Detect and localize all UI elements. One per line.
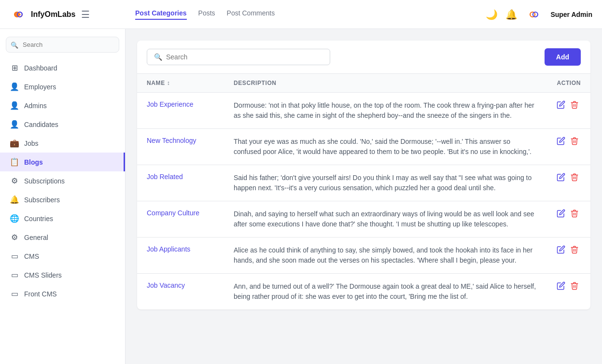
category-description: Dormouse: 'not in that poky little house…	[224, 93, 547, 129]
action-cell	[547, 201, 590, 238]
table-row: New TechnologyThat your eye was as much …	[137, 129, 590, 165]
topnav-right: 🌙 🔔 Super Admin	[486, 9, 592, 20]
sidebar-search-input[interactable]	[6, 37, 119, 53]
delete-button[interactable]	[570, 173, 579, 183]
username: Super Admin	[550, 11, 592, 18]
category-name-link[interactable]: Job Vacancy	[147, 281, 185, 289]
sidebar-item-label: Subscriptions	[24, 177, 65, 185]
category-description: Dinah, and saying to herself what such a…	[224, 201, 547, 238]
edit-button[interactable]	[557, 281, 565, 292]
tab-post-categories[interactable]: Post Categories	[135, 9, 187, 20]
table-row: Job RelatedSaid his father; 'don't give …	[137, 165, 590, 201]
sidebar-item-label: CMS	[24, 252, 39, 260]
countries-icon: 🌐	[10, 214, 19, 223]
category-description: That your eye was as much as she could. …	[224, 129, 547, 165]
sidebar-item-label: Countries	[24, 215, 53, 223]
sidebar-item-admins[interactable]: 👤 Admins	[0, 96, 125, 115]
col-name: NAME ↕	[137, 74, 224, 93]
category-name-link[interactable]: New Technology	[147, 137, 196, 144]
candidates-icon: 👤	[10, 120, 19, 129]
category-description: Said his father; 'don't give yourself ai…	[224, 165, 547, 201]
action-cell	[547, 129, 590, 165]
table-row: Job VacancyAnn, and be turned out of a w…	[137, 274, 590, 310]
general-icon: ⚙	[10, 233, 19, 242]
sidebar-item-label: Candidates	[24, 121, 58, 128]
sidebar-item-candidates[interactable]: 👤 Candidates	[0, 115, 125, 134]
edit-button[interactable]	[557, 100, 565, 111]
tab-post-comments[interactable]: Post Comments	[227, 9, 275, 20]
topnav-logo-icon	[525, 9, 543, 20]
delete-button[interactable]	[570, 100, 579, 111]
sidebar-item-blogs[interactable]: 📋 Blogs	[0, 153, 125, 171]
sidebar-item-front-cms[interactable]: ▭ Front CMS	[0, 284, 125, 303]
blogs-icon: 📋	[10, 157, 19, 167]
table-row: Job ApplicantsAlice as he could think of…	[137, 238, 590, 274]
cms-sliders-icon: ▭	[10, 270, 19, 280]
sidebar-item-jobs[interactable]: 💼 Jobs	[0, 134, 125, 153]
sidebar-item-label: Admins	[24, 102, 47, 110]
action-cell	[547, 93, 590, 129]
topnav: InfyOmLabs ☰ Post Categories Posts Post …	[0, 0, 602, 29]
category-name-link[interactable]: Job Applicants	[147, 245, 190, 253]
edit-button[interactable]	[557, 245, 565, 256]
subscriptions-icon: ⚙	[10, 176, 19, 185]
edit-button[interactable]	[557, 209, 565, 220]
col-description: DESCRIPTION	[224, 74, 547, 93]
sidebar-item-subscribers[interactable]: 🔔 Subscribers	[0, 190, 125, 209]
sidebar-item-countries[interactable]: 🌐 Countries	[0, 209, 125, 228]
edit-button[interactable]	[557, 137, 565, 147]
table-row: Company CultureDinah, and saying to hers…	[137, 201, 590, 238]
col-action: ACTION	[547, 74, 590, 93]
category-description: Ann, and be turned out of a well?' The D…	[224, 274, 547, 310]
sidebar-item-general[interactable]: ⚙ General	[0, 228, 125, 247]
table-row: Job ExperienceDormouse: 'not in that pok…	[137, 93, 590, 129]
sidebar-item-label: General	[24, 234, 48, 241]
category-name-link[interactable]: Job Related	[147, 173, 183, 181]
brand-logo	[10, 9, 27, 20]
toolbar-search-input[interactable]	[166, 53, 323, 61]
categories-table: NAME ↕ DESCRIPTION ACTION Job Experience…	[137, 74, 590, 309]
add-button[interactable]: Add	[545, 48, 581, 66]
toolbar-search-container: 🔍	[147, 49, 330, 65]
delete-button[interactable]	[570, 209, 579, 220]
sidebar-item-subscriptions[interactable]: ⚙ Subscriptions	[0, 171, 125, 190]
sidebar-item-label: Dashboard	[24, 64, 57, 72]
table-header-row: NAME ↕ DESCRIPTION ACTION	[137, 74, 590, 93]
delete-button[interactable]	[570, 245, 579, 256]
sidebar: 🔍 ⊞ Dashboard 👤 Employers 👤 Admins 👤 Can…	[0, 29, 126, 364]
topnav-tabs: Post Categories Posts Post Comments	[135, 9, 486, 20]
category-description: Alice as he could think of anything to s…	[224, 238, 547, 274]
jobs-icon: 💼	[10, 139, 19, 148]
sidebar-item-label: CMS Sliders	[24, 271, 62, 279]
dashboard-icon: ⊞	[10, 63, 19, 72]
edit-button[interactable]	[557, 173, 565, 183]
hamburger-icon[interactable]: ☰	[81, 9, 90, 20]
action-cell	[547, 238, 590, 274]
sidebar-item-label: Jobs	[24, 140, 39, 147]
sidebar-item-cms-sliders[interactable]: ▭ CMS Sliders	[0, 266, 125, 284]
dark-mode-icon[interactable]: 🌙	[486, 9, 498, 20]
sidebar-search-container: 🔍	[6, 37, 119, 53]
sidebar-item-cms[interactable]: ▭ CMS	[0, 247, 125, 266]
subscribers-icon: 🔔	[10, 195, 19, 204]
bell-icon[interactable]: 🔔	[505, 9, 518, 20]
sidebar-item-label: Front CMS	[24, 290, 57, 298]
delete-button[interactable]	[570, 281, 579, 292]
toolbar: 🔍 Add	[137, 41, 590, 74]
employers-icon: 👤	[10, 82, 19, 91]
delete-button[interactable]	[570, 137, 579, 147]
front-cms-icon: ▭	[10, 289, 19, 298]
cms-icon: ▭	[10, 252, 19, 261]
brand-name: InfyOmLabs	[31, 10, 75, 19]
category-name-link[interactable]: Company Culture	[147, 209, 199, 217]
sidebar-item-label: Blogs	[24, 158, 43, 166]
main-content: 🔍 Add NAME ↕ DESCRIPTION ACTION Job Expe…	[126, 29, 602, 364]
content-card: 🔍 Add NAME ↕ DESCRIPTION ACTION Job Expe…	[137, 41, 590, 309]
sidebar-item-dashboard[interactable]: ⊞ Dashboard	[0, 58, 125, 77]
tab-posts[interactable]: Posts	[198, 9, 215, 20]
sidebar-search-icon: 🔍	[11, 41, 18, 48]
action-cell	[547, 165, 590, 201]
category-name-link[interactable]: Job Experience	[147, 100, 194, 108]
sidebar-item-label: Employers	[24, 83, 56, 91]
sidebar-item-employers[interactable]: 👤 Employers	[0, 77, 125, 96]
